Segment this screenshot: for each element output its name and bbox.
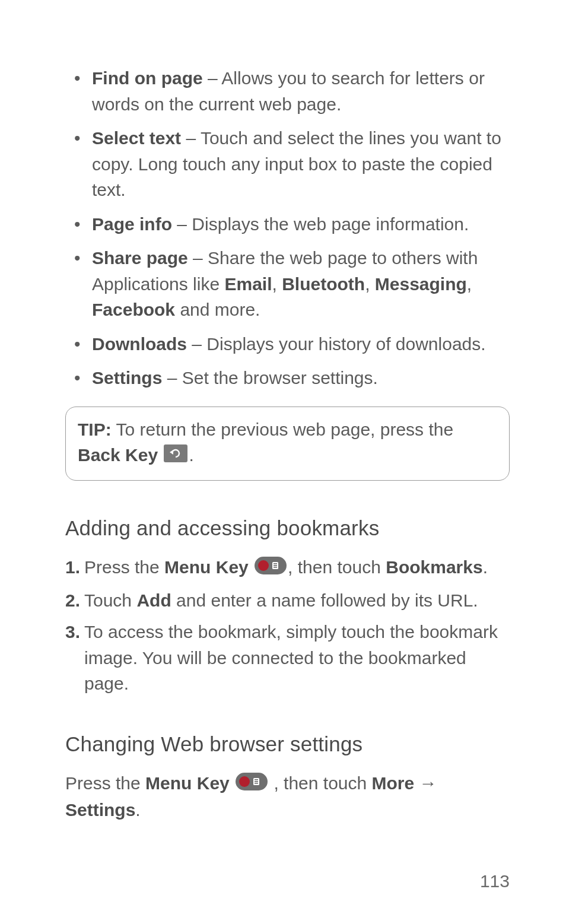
term: Share page xyxy=(92,248,188,268)
section-heading-settings: Changing Web browser settings xyxy=(65,732,510,756)
list-item: Select text – Touch and select the lines… xyxy=(65,125,510,203)
desc-post: and more. xyxy=(175,300,260,319)
term: Settings xyxy=(92,368,162,388)
bookmark-steps: Press the Menu Key , then touch Bookmark… xyxy=(65,554,510,697)
svg-rect-6 xyxy=(274,567,277,568)
svg-rect-11 xyxy=(255,781,258,782)
add-label: Add xyxy=(136,590,171,610)
svg-rect-12 xyxy=(255,783,258,784)
settings-instruction: Press the Menu Key , then touch More → S… xyxy=(65,770,510,823)
feature-bullet-list: Find on page – Allows you to search for … xyxy=(65,65,510,391)
term: Page info xyxy=(92,214,172,234)
text: Touch xyxy=(84,590,136,610)
svg-rect-10 xyxy=(255,779,258,780)
desc: – Displays your history of downloads. xyxy=(187,334,486,354)
text: , then touch xyxy=(269,773,371,793)
svg-rect-4 xyxy=(274,563,277,564)
menu-key-label: Menu Key xyxy=(164,557,253,577)
text: To access the bookmark, simply touch the… xyxy=(84,622,498,693)
text: and enter a name followed by its URL. xyxy=(171,590,478,610)
term: Select text xyxy=(92,128,181,148)
back-key-icon xyxy=(164,443,187,469)
list-item: Find on page – Allows you to search for … xyxy=(65,65,510,117)
list-item: Page info – Displays the web page inform… xyxy=(65,211,510,237)
svg-rect-0 xyxy=(164,444,187,462)
page-number: 113 xyxy=(480,871,510,891)
tip-box: TIP: To return the previous web page, pr… xyxy=(65,407,510,481)
text: Press the xyxy=(84,557,164,577)
list-item: Downloads – Displays your history of dow… xyxy=(65,331,510,357)
list-item: Touch Add and enter a name followed by i… xyxy=(65,588,510,614)
tip-text: To return the previous web page, press t… xyxy=(112,420,453,439)
text: Press the xyxy=(65,773,145,793)
section-heading-bookmarks: Adding and accessing bookmarks xyxy=(65,516,510,540)
text: . xyxy=(483,557,488,577)
app: Facebook xyxy=(92,300,175,319)
text: , then touch xyxy=(288,557,386,577)
svg-point-2 xyxy=(258,560,269,571)
app: Messaging xyxy=(375,274,467,294)
list-item: Press the Menu Key , then touch Bookmark… xyxy=(65,554,510,582)
document-page: Find on page – Allows you to search for … xyxy=(0,0,566,924)
tip-label: TIP: xyxy=(78,420,112,439)
back-key-label: Back Key xyxy=(78,445,163,465)
term: Downloads xyxy=(92,334,187,354)
term: Find on page xyxy=(92,68,203,88)
app: Bluetooth xyxy=(282,274,365,294)
menu-key-icon xyxy=(255,555,287,582)
list-item: Settings – Set the browser settings. xyxy=(65,365,510,391)
menu-key-icon xyxy=(236,771,268,798)
app: Email xyxy=(224,274,272,294)
settings-label: Settings xyxy=(65,800,135,820)
tip-end: . xyxy=(189,445,193,465)
desc: – Set the browser settings. xyxy=(162,368,378,388)
text: . xyxy=(135,800,140,820)
svg-rect-5 xyxy=(274,565,277,566)
list-item: Share page – Share the web page to other… xyxy=(65,245,510,323)
svg-point-8 xyxy=(239,776,250,787)
more-label: More xyxy=(372,773,415,793)
arrow: → xyxy=(414,773,437,793)
list-item: To access the bookmark, simply touch the… xyxy=(65,619,510,697)
target: Bookmarks xyxy=(386,557,482,577)
menu-key-label: Menu Key xyxy=(145,773,234,793)
desc: – Displays the web page information. xyxy=(172,214,469,234)
